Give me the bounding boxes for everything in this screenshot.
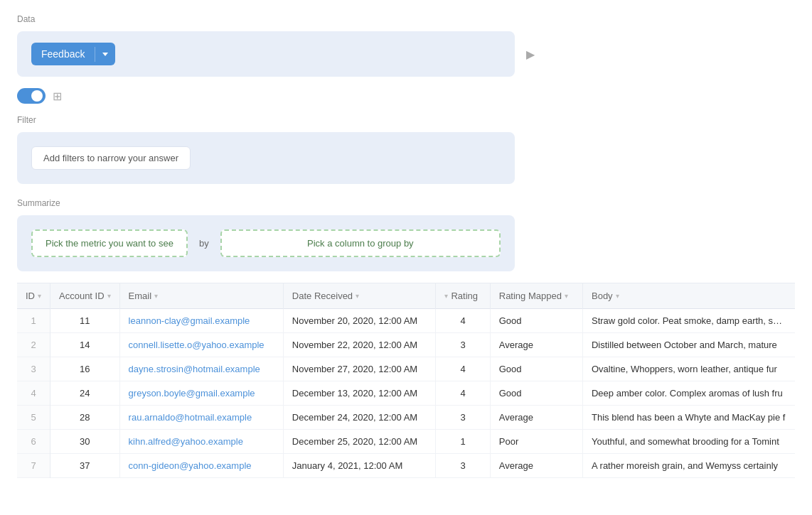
filter-box: Add filters to narrow your answer	[17, 132, 515, 184]
cell-id: 3	[17, 357, 50, 381]
add-filter-button[interactable]: Add filters to narrow your answer	[31, 146, 191, 170]
play-button[interactable]: ▶	[520, 44, 540, 64]
cell-rating: 3	[436, 454, 490, 478]
metric-pill-label: Pick the metric you want to see	[46, 238, 173, 249]
cell-rating: 3	[436, 406, 490, 430]
cell-account-id: 14	[50, 333, 120, 357]
col-label-rating: Rating	[451, 291, 478, 301]
cell-account-id: 37	[50, 454, 120, 478]
sort-icon-rating-left: ▾	[444, 292, 448, 300]
cell-date-received: November 20, 2020, 12:00 AM	[283, 309, 436, 333]
sort-icon-email: ▾	[154, 292, 158, 300]
feedback-label: Feedback	[31, 43, 95, 65]
table-row: 5 28 rau.arnaldo@hotmail.example Decembe…	[17, 406, 795, 430]
cell-account-id: 16	[50, 357, 120, 381]
grid-icon-button[interactable]: ⊞	[53, 90, 62, 103]
filter-section-label: Filter	[17, 115, 795, 125]
sort-icon-body: ▾	[616, 292, 619, 300]
table-row: 2 14 connell.lisette.o@yahoo.example Nov…	[17, 333, 795, 357]
col-header-account-id[interactable]: Account ID ▾	[50, 283, 120, 309]
sort-icon-id: ▾	[38, 292, 41, 300]
chevron-down-icon	[102, 53, 108, 56]
table-row: 6 30 kihn.alfred@yahoo.example December …	[17, 430, 795, 454]
sort-icon-rating-mapped: ▾	[565, 292, 568, 300]
cell-rating: 3	[436, 333, 490, 357]
table-row: 4 24 greyson.boyle@gmail.example Decembe…	[17, 381, 795, 406]
cell-id: 5	[17, 406, 50, 430]
col-header-email[interactable]: Email ▾	[119, 283, 283, 309]
cell-email: conn-gideon@yahoo.example	[119, 454, 283, 478]
by-label: by	[199, 238, 209, 249]
cell-date-received: January 4, 2021, 12:00 AM	[283, 454, 436, 478]
cell-id: 4	[17, 381, 50, 406]
cell-rating-mapped: Average	[490, 406, 582, 430]
data-table: ID ▾ Account ID ▾ Email ▾	[17, 283, 795, 478]
grid-icon: ⊞	[53, 90, 62, 103]
cell-rating-mapped: Good	[490, 357, 582, 381]
cell-date-received: November 22, 2020, 12:00 AM	[283, 333, 436, 357]
metric-pill-button[interactable]: Pick the metric you want to see	[31, 229, 188, 257]
toggle-knob	[31, 90, 43, 102]
cell-date-received: December 24, 2020, 12:00 AM	[283, 406, 436, 430]
table-body: 1 11 leannon-clay@gmail.example November…	[17, 309, 795, 478]
cell-body: A rather moreish grain, and Wemyss certa…	[582, 454, 795, 478]
table-header: ID ▾ Account ID ▾ Email ▾	[17, 283, 795, 309]
cell-date-received: December 25, 2020, 12:00 AM	[283, 430, 436, 454]
cell-email: greyson.boyle@gmail.example	[119, 381, 283, 406]
table-row: 7 37 conn-gideon@yahoo.example January 4…	[17, 454, 795, 478]
play-icon: ▶	[526, 48, 535, 61]
cell-rating: 4	[436, 357, 490, 381]
cell-date-received: December 13, 2020, 12:00 AM	[283, 381, 436, 406]
cell-rating-mapped: Good	[490, 309, 582, 333]
cell-rating-mapped: Good	[490, 381, 582, 406]
group-by-pill-button[interactable]: Pick a column to group by	[220, 229, 501, 257]
cell-date-received: November 27, 2020, 12:00 AM	[283, 357, 436, 381]
cell-rating: 1	[436, 430, 490, 454]
summarize-section-label: Summarize	[17, 198, 795, 208]
col-label-account-id: Account ID	[59, 291, 105, 301]
cell-account-id: 30	[50, 430, 120, 454]
data-section-label: Data	[17, 14, 795, 24]
toggle-button[interactable]	[17, 88, 46, 104]
cell-id: 1	[17, 309, 50, 333]
cell-body: Youthful, and somewhat brooding for a To…	[582, 430, 795, 454]
cell-rating-mapped: Average	[490, 333, 582, 357]
col-label-date-received: Date Received	[292, 291, 353, 301]
view-controls: ⊞	[17, 88, 795, 104]
col-header-date-received[interactable]: Date Received ▾	[283, 283, 436, 309]
col-header-id[interactable]: ID ▾	[17, 283, 50, 309]
col-header-rating-mapped[interactable]: Rating Mapped ▾	[490, 283, 582, 309]
data-pill-area: Feedback	[17, 31, 515, 77]
table-wrapper: ID ▾ Account ID ▾ Email ▾	[17, 283, 795, 478]
cell-id: 2	[17, 333, 50, 357]
cell-rating-mapped: Poor	[490, 430, 582, 454]
cell-body: This blend has been a Whyte and MacKay p…	[582, 406, 795, 430]
cell-email: leannon-clay@gmail.example	[119, 309, 283, 333]
data-row: Feedback ▶	[17, 31, 795, 77]
col-label-body: Body	[592, 291, 613, 301]
summarize-row: Pick the metric you want to see by Pick …	[17, 215, 515, 271]
cell-id: 7	[17, 454, 50, 478]
col-header-rating[interactable]: ▾ Rating	[436, 283, 490, 309]
feedback-chevron-icon[interactable]	[95, 47, 115, 62]
data-section: Data Feedback ▶	[17, 14, 795, 77]
cell-rating-mapped: Average	[490, 454, 582, 478]
col-header-body[interactable]: Body ▾	[582, 283, 795, 309]
table-row: 1 11 leannon-clay@gmail.example November…	[17, 309, 795, 333]
cell-account-id: 24	[50, 381, 120, 406]
cell-account-id: 11	[50, 309, 120, 333]
group-by-pill-label: Pick a column to group by	[307, 238, 414, 249]
cell-email: dayne.strosin@hotmail.example	[119, 357, 283, 381]
cell-account-id: 28	[50, 406, 120, 430]
cell-email: rau.arnaldo@hotmail.example	[119, 406, 283, 430]
cell-email: connell.lisette.o@yahoo.example	[119, 333, 283, 357]
cell-body: Ovaltine, Whoppers, worn leather, antiqu…	[582, 357, 795, 381]
cell-id: 6	[17, 430, 50, 454]
feedback-button[interactable]: Feedback	[31, 43, 115, 65]
add-filter-label: Add filters to narrow your answer	[43, 153, 178, 163]
cell-rating: 4	[436, 381, 490, 406]
summarize-section: Summarize Pick the metric you want to se…	[17, 198, 795, 271]
filter-section: Filter Add filters to narrow your answer	[17, 115, 795, 184]
cell-email: kihn.alfred@yahoo.example	[119, 430, 283, 454]
cell-rating: 4	[436, 309, 490, 333]
